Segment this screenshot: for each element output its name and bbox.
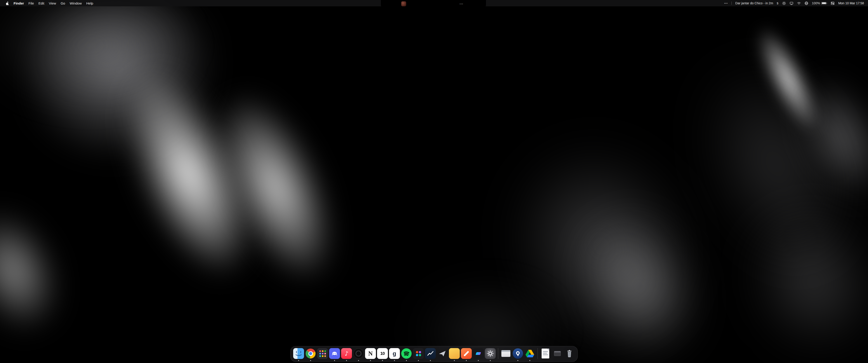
app-grid-icon	[317, 348, 328, 359]
ten-label: 10	[380, 351, 384, 356]
dark-terminal-app-icon	[473, 348, 484, 359]
gear-status-icon[interactable]	[782, 1, 786, 5]
globe-language-icon[interactable]	[804, 1, 808, 5]
dark-disc-icon	[353, 348, 364, 359]
display-mirroring-icon[interactable]	[789, 1, 794, 5]
terminal-logo-mark	[475, 352, 481, 355]
dock-separator	[498, 348, 498, 359]
running-indicator	[518, 360, 518, 361]
figma-shape	[416, 354, 418, 356]
running-indicator	[370, 360, 371, 361]
running-indicator	[490, 360, 491, 361]
running-indicator	[529, 360, 530, 361]
trash-dock-icon[interactable]	[564, 348, 575, 359]
wifi-icon[interactable]	[797, 1, 801, 5]
menu-window[interactable]: Window	[70, 1, 82, 5]
figma-shape	[416, 351, 418, 353]
spotify-icon	[401, 348, 412, 359]
music-dock-icon[interactable]: ♪	[341, 348, 352, 359]
minimized-window-dock-icon[interactable]	[552, 348, 563, 359]
g-letter: g	[393, 351, 396, 357]
discord-dock-icon[interactable]	[329, 348, 340, 359]
password-app-dock-icon[interactable]	[513, 348, 523, 359]
discord-icon	[329, 348, 340, 359]
notch: •••	[381, 0, 486, 8]
music-icon: ♪	[341, 348, 352, 359]
grid-dot	[319, 350, 321, 352]
paper-plane-dock-icon[interactable]	[437, 348, 448, 359]
document-icon	[541, 349, 549, 359]
running-indicator	[358, 360, 359, 361]
grid-dot	[319, 355, 321, 357]
apple-menu-icon[interactable]	[6, 1, 9, 5]
grid-dot	[322, 350, 323, 352]
notch-album-art[interactable]	[401, 1, 406, 6]
g-app-icon: g	[389, 348, 400, 359]
window-thumbnail-dock-icon[interactable]	[500, 348, 511, 359]
running-indicator	[466, 360, 467, 361]
music-note-glyph: ♪	[345, 351, 348, 357]
g-app-dock-icon[interactable]: g	[389, 348, 400, 359]
figma-icon	[413, 348, 424, 359]
menu-help[interactable]: Help	[86, 1, 93, 5]
chrome-icon	[306, 349, 315, 359]
notch-more-icon[interactable]: •••	[460, 3, 463, 5]
dollar-status-icon[interactable]: $	[777, 2, 778, 5]
reminder-countdown-text[interactable]: Dar jantar do Chico - in 2m	[735, 1, 773, 5]
notion-dock-icon[interactable]: N	[365, 348, 376, 359]
menu-go[interactable]: Go	[61, 1, 65, 5]
battery-status[interactable]: 100%	[812, 1, 827, 5]
minimized-window-icon	[554, 351, 561, 356]
running-indicator	[406, 360, 407, 361]
clock-date-time[interactable]: Mon 10 Mar 17:58	[838, 1, 864, 5]
settings-gear-icon	[485, 348, 496, 359]
wallpaper-streak	[0, 197, 76, 345]
running-indicator	[298, 360, 299, 361]
chrome-dock-icon[interactable]	[305, 348, 316, 359]
settings-dock-icon[interactable]	[485, 348, 496, 359]
figma-shape	[419, 351, 421, 353]
running-indicator	[310, 360, 311, 361]
document-dock-icon[interactable]	[540, 348, 551, 359]
grid-dot	[319, 353, 321, 355]
spotify-dock-icon[interactable]	[401, 348, 412, 359]
dock-separator	[537, 348, 538, 359]
dark-terminal-dock-icon[interactable]	[473, 348, 484, 359]
google-drive-icon	[524, 348, 535, 359]
menu-bar-left: Finder File Edit View Go Window Help	[0, 0, 93, 6]
figma-dock-icon[interactable]	[413, 348, 424, 359]
yellow-app-icon	[449, 348, 460, 359]
battery-percent-label: 100%	[812, 1, 820, 5]
running-indicator	[334, 360, 335, 361]
navy-chart-dock-icon[interactable]	[425, 348, 436, 359]
menu-view[interactable]: View	[49, 1, 56, 5]
yellow-app-dock-icon[interactable]	[449, 348, 460, 359]
app-grid-dock-icon[interactable]	[317, 348, 328, 359]
pencil-app-dock-icon[interactable]	[461, 348, 472, 359]
google-drive-dock-icon[interactable]	[524, 348, 535, 359]
finder-icon	[293, 348, 304, 359]
pencil-app-icon	[461, 348, 472, 359]
ten-app-dock-icon[interactable]: 10	[377, 348, 388, 359]
grid-dot	[322, 355, 323, 357]
grid-dot	[322, 353, 323, 355]
running-indicator	[454, 360, 455, 361]
ten-app-icon: 10	[377, 348, 388, 359]
page-fold	[547, 349, 549, 351]
running-indicator	[382, 360, 383, 361]
menu-file[interactable]: File	[29, 1, 34, 5]
finder-dock-icon[interactable]	[293, 348, 304, 359]
navy-chart-app-icon	[425, 348, 436, 359]
figma-shape	[419, 354, 421, 356]
dock: ♪ N 10 g	[290, 346, 578, 362]
menu-edit[interactable]: Edit	[38, 1, 44, 5]
pencil-stroke	[464, 351, 469, 357]
dark-disc-dock-icon[interactable]	[353, 348, 364, 359]
window-thumbnail-icon	[501, 350, 510, 357]
active-app-menu[interactable]: Finder	[13, 1, 24, 5]
control-center-icon[interactable]	[831, 1, 835, 5]
grid-dot	[324, 355, 326, 357]
overflow-more-icon[interactable]: •••	[724, 2, 728, 4]
menu-bar-status: ••• Dar jantar do Chico - in 2m $ 100% M…	[724, 0, 868, 6]
running-indicator	[478, 360, 479, 361]
